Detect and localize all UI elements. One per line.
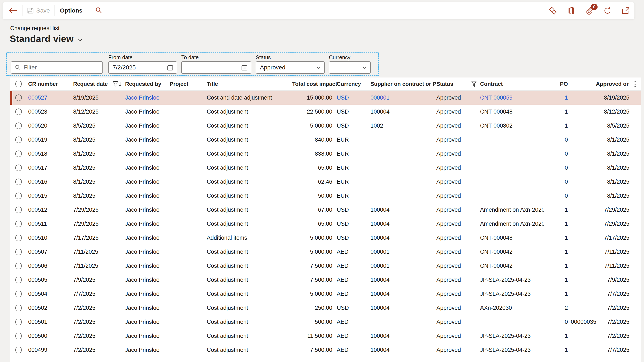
cell-po[interactable]: 0 [544, 164, 568, 171]
cell-requested-by[interactable]: Jaco Prinsloo [125, 235, 170, 241]
search-button[interactable] [94, 6, 104, 16]
cell-currency[interactable]: USD [337, 305, 370, 311]
table-row[interactable]: 000502 7/2/2025 Jaco Prinsloo Cost adjus… [10, 301, 640, 315]
cell-requested-by[interactable]: Jaco Prinsloo [125, 94, 170, 101]
header-cr-number[interactable]: CR number [28, 81, 73, 87]
cell-cr-number[interactable]: 000500 [28, 333, 73, 339]
row-select-radio[interactable] [15, 193, 22, 199]
options-menu[interactable]: Options [60, 7, 82, 14]
calendar-icon[interactable] [241, 64, 248, 71]
table-row[interactable]: 000527 8/19/2025 Jaco Prinsloo Cost and … [10, 91, 640, 105]
cell-po[interactable]: 0 [544, 136, 568, 143]
table-row[interactable]: 000515 8/1/2025 Jaco Prinsloo Cost adjus… [10, 189, 640, 203]
cell-supplier[interactable]: 100004 [370, 347, 436, 353]
cell-contract[interactable]: JP-SLA-2025-04-23 [480, 291, 544, 297]
table-row[interactable]: 000504 7/7/2025 Jaco Prinsloo Cost adjus… [10, 287, 640, 301]
row-select-radio[interactable] [15, 263, 22, 269]
cell-po[interactable]: 0 [544, 178, 568, 185]
cell-po[interactable]: 1 [544, 249, 568, 255]
row-select-radio[interactable] [15, 136, 22, 143]
cell-currency[interactable]: AED [337, 291, 370, 297]
cell-contract[interactable]: CNT-000059 [480, 94, 544, 101]
cell-contract[interactable]: JP-SLA-2025-04-23 [480, 333, 544, 339]
cell-supplier[interactable]: 100004 [370, 221, 436, 227]
cell-po[interactable]: 1 [544, 108, 568, 115]
cell-cr-number[interactable]: 000506 [28, 263, 73, 269]
row-select-radio[interactable] [15, 207, 22, 213]
cell-contract[interactable]: JP-SLA-2025-04-23 [480, 277, 544, 283]
cell-po[interactable]: 2 [544, 305, 568, 311]
table-row[interactable]: 000512 7/29/2025 Jaco Prinsloo Cost adju… [10, 203, 640, 217]
cell-cr-number[interactable]: 000518 [28, 150, 73, 157]
open-in-new-window-button[interactable] [621, 6, 631, 16]
cell-contract[interactable]: Amendment on Axn-202030 [480, 207, 544, 213]
cell-currency[interactable]: EUR [337, 150, 370, 157]
table-row[interactable]: 000499 7/2/2025 Jaco Prinsloo Cost adjus… [10, 343, 640, 357]
cell-contract[interactable]: CNT-000042 [480, 249, 544, 255]
cell-contract[interactable]: Amendment on Axn-202030 [480, 221, 544, 227]
cell-requested-by[interactable]: Jaco Prinsloo [125, 291, 170, 297]
header-request-date[interactable]: Request date [73, 81, 125, 87]
cell-supplier[interactable]: 1002 [370, 122, 436, 129]
cell-currency[interactable]: EUR [337, 193, 370, 199]
save-button[interactable]: Save [27, 7, 50, 14]
table-row[interactable]: 000516 8/1/2025 Jaco Prinsloo Cost adjus… [10, 175, 640, 189]
cell-po[interactable]: 1 [544, 333, 568, 339]
cell-po[interactable]: 1 [544, 277, 568, 283]
cell-supplier[interactable]: 100004 [370, 235, 436, 241]
cell-contract[interactable]: CNT-000802 [480, 122, 544, 129]
cell-currency[interactable]: USD [337, 94, 370, 101]
row-select-radio[interactable] [15, 178, 22, 185]
currency-filter-select[interactable] [329, 61, 371, 74]
cell-supplier[interactable]: 100004 [370, 207, 436, 213]
row-select-radio[interactable] [15, 235, 22, 241]
cell-po[interactable]: 1 [544, 263, 568, 269]
row-select-radio[interactable] [15, 164, 22, 171]
header-approved-on[interactable]: Approved on [596, 81, 629, 87]
cell-currency[interactable]: USD [337, 235, 370, 241]
calendar-icon[interactable] [167, 64, 174, 71]
table-row[interactable]: 000505 7/9/2025 Jaco Prinsloo Cost adjus… [10, 273, 640, 287]
cell-po[interactable]: 1 [544, 347, 568, 353]
cell-po[interactable]: 1 [544, 207, 568, 213]
header-project[interactable]: Project [170, 81, 207, 87]
table-row[interactable]: 000506 7/11/2025 Jaco Prinsloo Cost adju… [10, 259, 640, 273]
cell-po[interactable]: 1 [544, 235, 568, 241]
cell-supplier[interactable]: 000001 [370, 263, 436, 269]
filter-sort-icon[interactable] [112, 81, 122, 87]
cell-po[interactable]: 1 [544, 94, 568, 101]
table-row[interactable]: 000519 8/1/2025 Jaco Prinsloo Cost adjus… [10, 133, 640, 147]
header-requested-by[interactable]: Requested by [125, 81, 170, 87]
row-select-radio[interactable] [15, 319, 22, 325]
cell-po[interactable]: 0 [544, 319, 568, 325]
cell-requested-by[interactable]: Jaco Prinsloo [125, 305, 170, 311]
cell-cr-number[interactable]: 000499 [28, 347, 73, 353]
table-row[interactable]: 000517 8/1/2025 Jaco Prinsloo Cost adjus… [10, 161, 640, 175]
cell-cr-number[interactable]: 000527 [28, 94, 73, 101]
row-select-radio[interactable] [15, 122, 22, 129]
cell-cr-number[interactable]: 000517 [28, 164, 73, 171]
row-select-radio[interactable] [15, 108, 22, 115]
cell-contract[interactable]: CNT-000048 [480, 108, 544, 115]
status-filter-select[interactable]: Approved [256, 61, 325, 74]
row-select-radio[interactable] [15, 333, 22, 339]
table-row[interactable]: 000507 7/11/2025 Jaco Prinsloo Cost adju… [10, 245, 640, 259]
header-contract[interactable]: Contract [480, 81, 544, 87]
cell-contract[interactable]: JP-SLA-2025-04-23 [480, 347, 544, 353]
cell-requested-by[interactable]: Jaco Prinsloo [125, 347, 170, 353]
cell-requested-by[interactable]: Jaco Prinsloo [125, 164, 170, 171]
cell-cr-number[interactable]: 000516 [28, 178, 73, 185]
cell-cr-number[interactable]: 000501 [28, 319, 73, 325]
cell-cr-number[interactable]: 000523 [28, 108, 73, 115]
cell-requested-by[interactable]: Jaco Prinsloo [125, 178, 170, 185]
cell-po[interactable]: 1 [544, 291, 568, 297]
header-total-cost-impact[interactable]: Total cost impact [292, 81, 337, 87]
select-all-radio[interactable] [15, 81, 22, 87]
cell-requested-by[interactable]: Jaco Prinsloo [125, 122, 170, 129]
cell-supplier[interactable]: 000001 [370, 94, 436, 101]
table-row[interactable]: 000501 7/2/2025 Jaco Prinsloo Cost adjus… [10, 315, 640, 329]
cell-supplier[interactable]: 100004 [370, 291, 436, 297]
table-row[interactable]: 000510 7/17/2025 Jaco Prinsloo Additiona… [10, 231, 640, 245]
header-status[interactable]: Status [436, 81, 480, 87]
attachments-button[interactable]: 0 [584, 6, 594, 16]
